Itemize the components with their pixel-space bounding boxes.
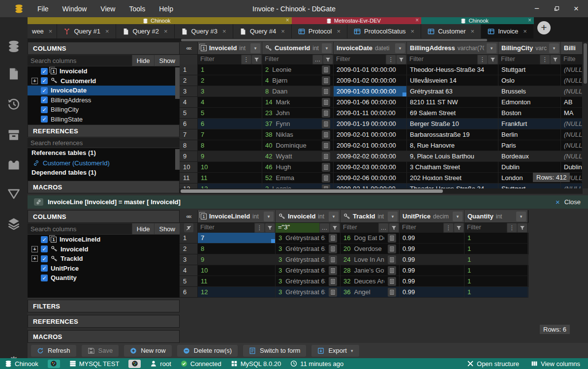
show-button[interactable]: Show [155, 223, 180, 234]
grid-cell[interactable]: 3Grétrystraat 63 [276, 254, 340, 265]
funnel-icon[interactable] [323, 55, 333, 64]
grid-cell[interactable]: Bordeaux [498, 151, 561, 162]
archive-icon[interactable] [7, 128, 20, 141]
dots-menu-icon[interactable]: ⋮ [386, 55, 396, 64]
close-icon[interactable]: × [415, 17, 419, 24]
row-number[interactable]: 10 [180, 162, 198, 173]
grid-cell[interactable]: 28Janie's Got A Gun [340, 265, 400, 276]
open-detail-icon[interactable] [329, 255, 337, 264]
filter-input[interactable]: Filter [498, 55, 540, 64]
column-checklist-item[interactable]: ✓1InvoiceLineId [28, 235, 180, 245]
grid-cell[interactable]: 2009-02-01 00:00:00 [334, 129, 407, 140]
open-detail-icon[interactable] [388, 277, 396, 286]
clear-filter-button[interactable] [184, 223, 193, 232]
expand-icon[interactable]: + [31, 246, 38, 252]
grid-cell[interactable]: (NULL) [561, 184, 583, 188]
checkbox[interactable]: ✓ [41, 77, 48, 84]
tab-protocolstatus[interactable]: ProtocolStatus × [347, 24, 421, 38]
search-references-input[interactable] [28, 138, 180, 148]
grid-cell[interactable]: 42Wyatt [262, 151, 334, 162]
grid-cell[interactable]: 11 [198, 173, 262, 184]
chevron-down-icon[interactable]: ▾ [322, 43, 332, 53]
grid-cell[interactable]: 46Hugh [262, 162, 334, 173]
row-number[interactable]: 7 [180, 129, 198, 140]
checkbox[interactable]: ✓ [41, 255, 48, 262]
tab-query-2[interactable]: Query #2 × [116, 24, 175, 38]
chevron-down-icon[interactable]: ▾ [453, 212, 463, 221]
grid-cell[interactable]: 4 [198, 97, 262, 108]
chevron-down-icon[interactable]: ▾ [264, 212, 274, 221]
filter-input[interactable]: Filter [464, 223, 507, 233]
detail-columns-section-header[interactable]: COLUMNS [28, 210, 180, 223]
collapse-columns-button[interactable]: «« [180, 42, 198, 55]
layers-icon[interactable] [7, 217, 20, 230]
grid-cell[interactable]: 1 [464, 254, 528, 265]
open-detail-icon[interactable] [388, 234, 396, 243]
column-header-invoiceid[interactable]: 1 InvoiceId int ▾ [198, 42, 262, 55]
grid-cell[interactable]: 4Bjørn [262, 75, 334, 86]
grid-cell[interactable]: 3 [198, 86, 262, 97]
grid-cell[interactable]: 8 [198, 140, 262, 151]
grid-cell[interactable]: 1 [464, 244, 528, 254]
close-icon[interactable]: × [471, 28, 475, 35]
list-scrollbar[interactable] [175, 149, 180, 170]
grid-cell[interactable]: Ullevålsveien 14 [407, 75, 498, 86]
column-checklist-item[interactable]: ✓BillingCity [28, 105, 180, 115]
row-number[interactable]: 3 [180, 86, 198, 97]
grid-cell[interactable]: Dublin [498, 162, 561, 173]
grid-cell[interactable]: (NULL) [561, 129, 583, 140]
menu-window[interactable]: Window [56, 2, 94, 16]
save-button[interactable]: Save [82, 345, 119, 357]
chevron-down-icon[interactable]: ▾ [329, 212, 339, 221]
chevron-down-icon[interactable]: ▾ [549, 43, 559, 53]
row-number[interactable]: 2 [180, 75, 198, 86]
close-icon[interactable]: × [281, 28, 285, 35]
horizontal-scrollbar-thumb[interactable] [181, 189, 443, 193]
column-header-unitprice[interactable]: UnitPrice decim ▾ [400, 210, 464, 223]
grid-cell[interactable]: 1 [198, 64, 262, 75]
grid-cell[interactable]: 69 Salem Street [407, 108, 498, 119]
status-open-structure[interactable]: Open structure [467, 360, 519, 368]
chevron-down-icon[interactable]: ▾ [487, 43, 496, 53]
grid-cell[interactable]: (NULL) [561, 64, 583, 75]
checkbox[interactable]: ✓ [41, 87, 48, 94]
grid-cell[interactable]: 0.99 [400, 287, 464, 298]
chevron-down-icon[interactable]: ▾ [250, 43, 260, 53]
grid-cell[interactable]: 8, Rue Hanovre [407, 140, 498, 151]
expand-icon[interactable]: + [31, 255, 38, 262]
checkbox[interactable]: ✓ [41, 236, 48, 243]
close-icon[interactable]: × [286, 17, 289, 24]
grid-cell[interactable]: Edmonton [498, 97, 561, 108]
status-mysql-test[interactable]: MYSQL TEST [69, 360, 120, 368]
detail-macros-section-header[interactable]: MACROS [28, 330, 180, 343]
hide-button[interactable]: Hide [132, 55, 155, 66]
column-checklist-item[interactable]: +✓TrackId [28, 254, 180, 264]
grid-cell[interactable]: 2 [198, 75, 262, 86]
row-number[interactable]: 1 [180, 64, 198, 75]
filters-section-header[interactable]: FILTERS [28, 300, 180, 312]
filter-input[interactable]: Filter [340, 223, 378, 233]
column-checklist-item[interactable]: ✓BillingAddress [28, 95, 180, 105]
checkbox[interactable]: ✓ [41, 106, 48, 113]
new-tab-button[interactable]: + [537, 21, 551, 34]
grid-cell[interactable]: Stuttgart [498, 184, 561, 188]
column-header-invoiceid[interactable]: InvoiceId int ▾ [276, 210, 340, 223]
grid-cell[interactable]: 1 [464, 287, 528, 298]
dots-menu-icon[interactable]: ⋮ [507, 223, 517, 232]
search-columns-input[interactable] [28, 223, 132, 234]
column-header-billi[interactable]: Billi [561, 42, 583, 55]
status-chinook[interactable]: Chinook [5, 360, 38, 368]
delete-row-s--button[interactable]: Delete row(s) [177, 345, 238, 357]
chevron-down-icon[interactable]: ▾ [388, 212, 398, 221]
grid-cell[interactable]: 202 Hoxton Street [407, 173, 498, 184]
column-header-invoicelineid[interactable]: 1 InvoiceLineId int ▾ [198, 210, 276, 223]
grid-cell[interactable]: 8210 111 ST NW [407, 97, 498, 108]
checkbox[interactable]: ✓ [41, 265, 48, 272]
close-icon[interactable]: × [523, 28, 527, 35]
checkbox[interactable]: ✓ [41, 96, 48, 103]
status-root[interactable]: root [150, 360, 171, 368]
search-columns-input[interactable] [28, 55, 132, 66]
macros-section-header[interactable]: MACROS [28, 181, 180, 193]
row-number[interactable]: 2 [180, 244, 198, 254]
row-number[interactable]: 9 [180, 151, 198, 162]
